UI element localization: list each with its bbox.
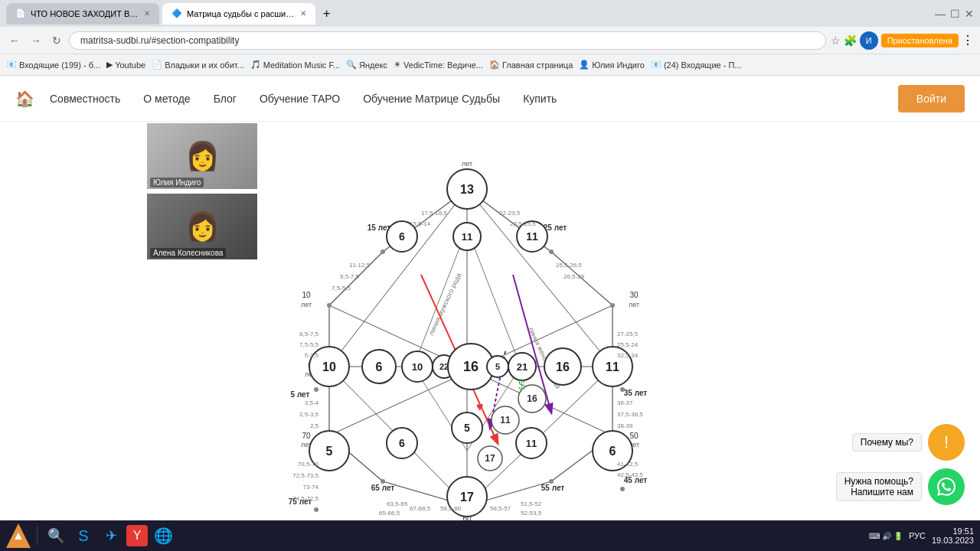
edge-label-3: 11-12,5 xyxy=(349,262,371,269)
dot-left2 xyxy=(314,387,318,392)
nav-compatibility[interactable]: Совместность xyxy=(50,93,120,105)
whatsapp-icon[interactable] xyxy=(928,468,965,505)
browser-actions: ☆ 🧩 И Приостановлена ⋮ xyxy=(831,31,974,50)
video-box-1[interactable]: 👩 Юлия Индиго xyxy=(145,122,259,191)
maximize-button[interactable]: ☐ xyxy=(950,8,960,20)
video-label-2: Алена Колесникова xyxy=(150,248,226,258)
matrix-svg: линия мужского рода линия женского рода … xyxy=(268,122,666,551)
nav-tarot[interactable]: Обучение ТАРО xyxy=(260,93,340,105)
edge-label-4: 9,5-7,5 xyxy=(340,273,359,280)
new-tab-button[interactable]: + xyxy=(318,7,335,21)
nav-links: Совместность О методе Блог Обучение ТАРО… xyxy=(50,93,898,105)
back-button[interactable]: ← xyxy=(6,31,23,50)
why-us-text: Почему мы? xyxy=(852,433,922,452)
tab-2[interactable]: 🔷 Матрица судьбы с расшифро... ✕ xyxy=(162,3,315,24)
edge-label-tr-1: 22-23,5 xyxy=(499,210,521,217)
help-label: Нужна помощь? xyxy=(844,476,913,487)
age-35: 35 лет xyxy=(624,389,648,397)
edge-label-left-3: 5-3,5 xyxy=(305,352,319,359)
tick-bottomright2 xyxy=(549,479,554,484)
edge-label-left-6: 2,5 xyxy=(310,422,319,429)
node-bottom-inner-left-text: 6 xyxy=(399,437,405,449)
heart-symbol: ♥ xyxy=(476,400,484,413)
bookmark-inbox[interactable]: 📧 (24) Входящие - П... xyxy=(651,60,742,70)
bookmark-yandex[interactable]: 🔍 Яндекс xyxy=(346,60,387,70)
menu-button[interactable]: ⋮ xyxy=(962,33,974,47)
node-bottomleft-text: 5 xyxy=(326,445,333,458)
bookmarks-bar: 📧 Входящие (199) - б... ▶ Youtube 📄 Влад… xyxy=(0,54,980,76)
bookmark-3[interactable]: 📄 Владыки и их обит... xyxy=(152,60,244,70)
close-button[interactable]: ✕ xyxy=(965,8,974,20)
extensions-icon[interactable]: 🧩 xyxy=(844,34,857,47)
bookmark-youtube[interactable]: ▶ Youtube xyxy=(106,60,145,70)
node-small-11-text: 11 xyxy=(500,415,511,425)
edge-label-left-5: 2,5-3,5 xyxy=(299,411,318,418)
bookmark-home[interactable]: 🏠 Главная страница xyxy=(489,60,573,70)
node-row-right-3-text: 16 xyxy=(556,360,570,373)
profile-button[interactable]: И xyxy=(860,31,878,50)
support-area: Почему мы? ! Нужна помощь? Напишите нам xyxy=(836,424,965,505)
address-bar[interactable] xyxy=(69,31,826,50)
edge-label-bot-6: 58,5-57 xyxy=(490,505,511,512)
bookmark-1[interactable]: 📧 Входящие (199) - б... xyxy=(6,60,100,70)
why-us-button[interactable]: Почему мы? ! xyxy=(852,424,965,461)
edge-label-1: 17,5-18,5 xyxy=(421,210,447,217)
svg-line-18 xyxy=(413,229,467,367)
age-10: 10 xyxy=(302,291,311,299)
edge-label-5: 7,5-5,5 xyxy=(332,285,351,292)
taskbar-telegram[interactable]: ✈ xyxy=(99,523,123,548)
age-65: 65 лет xyxy=(371,484,395,492)
tick-topleft xyxy=(381,249,385,254)
login-button[interactable]: Войти xyxy=(898,85,965,112)
edge-label-11: 38-39 xyxy=(617,422,633,429)
write-label: Напишите нам xyxy=(844,487,913,497)
video-box-2[interactable]: 👩 Алена Колесникова xyxy=(145,192,259,261)
tab-2-close[interactable]: ✕ xyxy=(300,9,306,18)
edge-label-left-4: 3,5-4 xyxy=(305,399,319,406)
node-bottomright-text: 6 xyxy=(609,445,616,458)
bookmark-vedic[interactable]: ☀ VedicTime: Ведиче... xyxy=(394,60,483,70)
nav-blog[interactable]: Блог xyxy=(214,93,237,105)
refresh-button[interactable]: ↻ xyxy=(49,31,64,50)
age-50: 50 xyxy=(629,432,639,440)
browser-tab-bar: 📄 ЧТО НОВОЕ ЗАХОДИТ В МОК... ✕ 🔷 Матрица… xyxy=(0,0,980,27)
tab-1[interactable]: 📄 ЧТО НОВОЕ ЗАХОДИТ В МОК... ✕ xyxy=(6,3,159,24)
node-small-17-text: 17 xyxy=(485,453,495,464)
taskbar-search[interactable]: 🔍 xyxy=(44,523,68,548)
edge-label-bot-2: 65-66,5 xyxy=(379,510,400,517)
home-nav-icon[interactable]: 🏠 xyxy=(15,90,34,108)
age-top: лет xyxy=(462,160,472,168)
minimize-button[interactable]: — xyxy=(935,8,946,20)
node-top-text: 13 xyxy=(460,183,474,196)
age-55: 55 лет xyxy=(541,484,565,492)
bookmark-yulia[interactable]: 👤 Юлия Индиго xyxy=(579,60,645,70)
taskbar-app1[interactable]: Y xyxy=(126,525,148,546)
age-30-sub: лет xyxy=(629,301,639,308)
edge-label-8: 32,5-34 xyxy=(617,352,639,359)
browser-controls: ← → ↻ ☆ 🧩 И Приостановлена ⋮ xyxy=(0,27,980,54)
edge-label-left-7: 70,5-70 xyxy=(298,461,319,468)
star-icon[interactable]: ☆ xyxy=(831,34,841,47)
node-bottom-center-small-text: 5 xyxy=(464,422,470,434)
start-button[interactable]: ▲ xyxy=(6,523,31,548)
dot-left3 xyxy=(314,507,318,512)
taskbar-skype[interactable]: S xyxy=(71,523,96,548)
tab-1-close[interactable]: ✕ xyxy=(144,9,150,18)
bookmark-4[interactable]: 🎵 Meditation Music F... xyxy=(250,60,340,70)
taskbar-chrome[interactable]: 🌐 xyxy=(151,523,175,548)
why-us-icon[interactable]: ! xyxy=(928,424,965,461)
age-30: 30 xyxy=(629,291,639,299)
forward-button[interactable]: → xyxy=(28,31,44,50)
nav-method[interactable]: О методе xyxy=(143,93,190,105)
pause-button[interactable]: Приостановлена xyxy=(881,34,959,47)
help-button[interactable]: Нужна помощь? Напишите нам xyxy=(836,468,965,505)
node-bottom-inner-right-text: 11 xyxy=(526,438,537,449)
money-symbol: $ xyxy=(518,379,525,392)
video-overlay: 👩 Юлия Индиго 👩 Алена Колесникова xyxy=(145,122,259,261)
nav-buy[interactable]: Купить xyxy=(523,93,557,105)
node-row-left-1-text: 6 xyxy=(376,360,383,373)
dot-right2 xyxy=(620,487,625,491)
node-top-inner-left-text: 6 xyxy=(399,230,405,243)
nav-matrix[interactable]: Обучение Матрице Судьбы xyxy=(363,93,500,105)
edge-label-bot-4: 51,5-52 xyxy=(521,500,542,507)
